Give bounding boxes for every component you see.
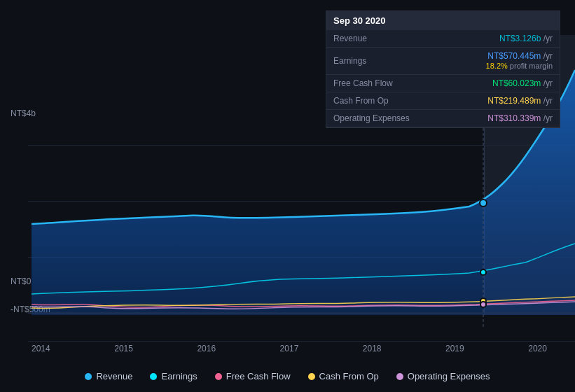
- x-label-2020: 2020: [528, 344, 547, 354]
- x-axis-labels: 2014 2015 2016 2017 2018 2019 2020: [0, 344, 575, 354]
- tooltip-date: Sep 30 2020: [326, 11, 560, 30]
- opex-label: Operating Expenses: [326, 110, 450, 127]
- x-label-2015: 2015: [114, 344, 133, 354]
- x-label-2018: 2018: [363, 344, 382, 354]
- x-label-2019: 2019: [445, 344, 464, 354]
- opex-value: NT$310.339m /yr: [450, 110, 560, 127]
- grid-line-neg: [28, 341, 575, 342]
- cashop-value: NT$219.489m /yr: [450, 92, 560, 110]
- legend-label-cashop: Cash From Op: [319, 371, 379, 382]
- legend-label-fcf: Free Cash Flow: [226, 371, 291, 382]
- legend-dot-revenue: [85, 373, 92, 380]
- x-label-2014: 2014: [32, 344, 50, 354]
- legend-cashop[interactable]: Cash From Op: [308, 371, 379, 382]
- legend-dot-fcf: [215, 373, 222, 380]
- revenue-value: NT$3.126b /yr: [450, 30, 560, 48]
- tooltip-table: Revenue NT$3.126b /yr Earnings NT$570.44…: [326, 30, 560, 127]
- legend-dot-earnings: [150, 373, 157, 380]
- legend-earnings[interactable]: Earnings: [150, 371, 197, 382]
- legend-fcf[interactable]: Free Cash Flow: [215, 371, 291, 382]
- earnings-value: NT$570.445m /yr 18.2% profit margin: [450, 48, 560, 75]
- svg-point-6: [480, 302, 486, 307]
- fcf-label: Free Cash Flow: [326, 75, 450, 92]
- legend-label-earnings: Earnings: [161, 371, 197, 382]
- cashop-label: Cash From Op: [326, 92, 450, 110]
- data-tooltip: Sep 30 2020 Revenue NT$3.126b /yr Earnin…: [326, 10, 560, 128]
- earnings-label: Earnings: [326, 48, 450, 75]
- svg-point-2: [480, 200, 487, 206]
- legend-opex[interactable]: Operating Expenses: [396, 371, 490, 382]
- x-label-2016: 2016: [197, 344, 216, 354]
- legend-dot-cashop: [308, 373, 315, 380]
- revenue-label: Revenue: [326, 30, 450, 48]
- x-label-2017: 2017: [280, 344, 299, 354]
- legend-label-revenue: Revenue: [96, 371, 132, 382]
- legend-revenue[interactable]: Revenue: [85, 371, 132, 382]
- fcf-value: NT$60.023m /yr: [450, 75, 560, 92]
- chart-legend: Revenue Earnings Free Cash Flow Cash Fro…: [0, 371, 575, 382]
- legend-label-opex: Operating Expenses: [408, 371, 490, 382]
- legend-dot-opex: [396, 373, 403, 380]
- chart-container: Sep 30 2020 Revenue NT$3.126b /yr Earnin…: [0, 0, 575, 392]
- svg-point-3: [480, 270, 486, 275]
